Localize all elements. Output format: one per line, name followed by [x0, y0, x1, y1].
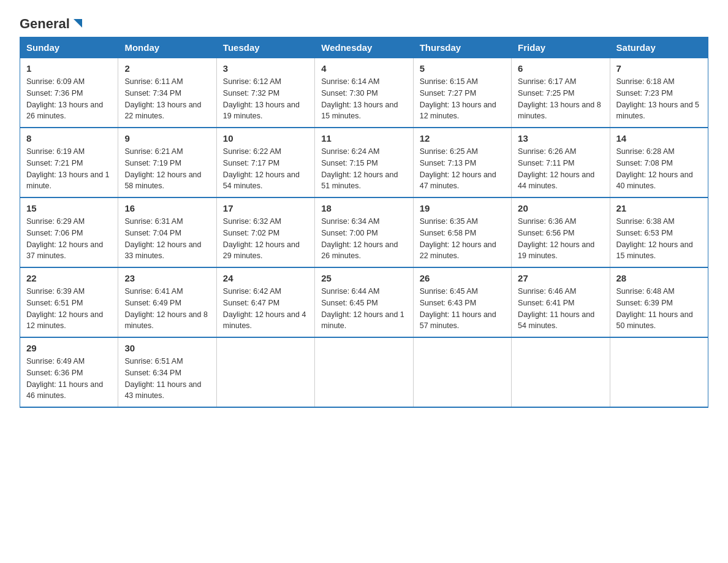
calendar-cell [315, 337, 413, 407]
week-row-5: 29 Sunrise: 6:49 AM Sunset: 6:36 PM Dayl… [20, 337, 708, 407]
calendar-cell: 26 Sunrise: 6:45 AM Sunset: 6:43 PM Dayl… [413, 267, 511, 337]
header-saturday: Saturday [610, 37, 708, 58]
day-number: 10 [223, 133, 308, 144]
day-info: Sunrise: 6:45 AM Sunset: 6:43 PM Dayligh… [420, 286, 505, 332]
logo-triangle-icon [71, 17, 85, 30]
day-number: 21 [616, 203, 702, 213]
day-number: 6 [518, 63, 603, 74]
calendar-cell [413, 337, 511, 407]
day-info: Sunrise: 6:46 AM Sunset: 6:41 PM Dayligh… [518, 286, 603, 332]
header-wednesday: Wednesday [315, 37, 413, 58]
calendar-cell: 16 Sunrise: 6:31 AM Sunset: 7:04 PM Dayl… [118, 197, 216, 267]
day-number: 14 [616, 133, 702, 144]
day-number: 3 [223, 63, 308, 74]
day-number: 25 [321, 273, 406, 283]
header-sunday: Sunday [20, 37, 118, 58]
day-number: 28 [616, 273, 702, 283]
day-number: 2 [124, 63, 210, 74]
day-info: Sunrise: 6:14 AM Sunset: 7:30 PM Dayligh… [321, 76, 406, 122]
calendar-cell: 6 Sunrise: 6:17 AM Sunset: 7:25 PM Dayli… [512, 58, 610, 128]
day-number: 17 [223, 203, 308, 213]
day-number: 22 [26, 273, 112, 283]
calendar-table: SundayMondayTuesdayWednesdayThursdayFrid… [20, 37, 708, 408]
day-info: Sunrise: 6:48 AM Sunset: 6:39 PM Dayligh… [616, 286, 702, 332]
calendar-cell: 13 Sunrise: 6:26 AM Sunset: 7:11 PM Dayl… [512, 128, 610, 197]
day-info: Sunrise: 6:26 AM Sunset: 7:11 PM Dayligh… [518, 146, 603, 192]
calendar-cell: 28 Sunrise: 6:48 AM Sunset: 6:39 PM Dayl… [610, 267, 708, 337]
day-number: 23 [124, 273, 210, 283]
day-info: Sunrise: 6:42 AM Sunset: 6:47 PM Dayligh… [223, 286, 308, 332]
calendar-cell: 2 Sunrise: 6:11 AM Sunset: 7:34 PM Dayli… [118, 58, 216, 128]
calendar-cell: 12 Sunrise: 6:25 AM Sunset: 7:13 PM Dayl… [413, 128, 511, 197]
day-info: Sunrise: 6:36 AM Sunset: 6:56 PM Dayligh… [518, 216, 603, 262]
day-info: Sunrise: 6:17 AM Sunset: 7:25 PM Dayligh… [518, 76, 603, 122]
calendar-cell: 3 Sunrise: 6:12 AM Sunset: 7:32 PM Dayli… [216, 58, 314, 128]
calendar-cell: 27 Sunrise: 6:46 AM Sunset: 6:41 PM Dayl… [512, 267, 610, 337]
day-number: 30 [124, 343, 210, 353]
day-number: 24 [223, 273, 308, 283]
logo: General [20, 15, 85, 29]
day-info: Sunrise: 6:32 AM Sunset: 7:02 PM Dayligh… [223, 216, 308, 262]
day-info: Sunrise: 6:22 AM Sunset: 7:17 PM Dayligh… [223, 146, 308, 192]
logo-text-general: General [20, 17, 70, 31]
day-number: 16 [124, 203, 210, 213]
day-info: Sunrise: 6:24 AM Sunset: 7:15 PM Dayligh… [321, 146, 406, 192]
calendar-cell: 1 Sunrise: 6:09 AM Sunset: 7:36 PM Dayli… [20, 58, 118, 128]
calendar-cell: 23 Sunrise: 6:41 AM Sunset: 6:49 PM Dayl… [118, 267, 216, 337]
calendar-cell: 30 Sunrise: 6:51 AM Sunset: 6:34 PM Dayl… [118, 337, 216, 407]
calendar-cell: 18 Sunrise: 6:34 AM Sunset: 7:00 PM Dayl… [315, 197, 413, 267]
week-row-4: 22 Sunrise: 6:39 AM Sunset: 6:51 PM Dayl… [20, 267, 708, 337]
day-number: 20 [518, 203, 603, 213]
day-info: Sunrise: 6:31 AM Sunset: 7:04 PM Dayligh… [124, 216, 210, 262]
calendar-cell: 17 Sunrise: 6:32 AM Sunset: 7:02 PM Dayl… [216, 197, 314, 267]
week-row-3: 15 Sunrise: 6:29 AM Sunset: 7:06 PM Dayl… [20, 197, 708, 267]
day-number: 18 [321, 203, 406, 213]
page-header: General [20, 15, 708, 29]
header-tuesday: Tuesday [216, 37, 314, 58]
day-info: Sunrise: 6:21 AM Sunset: 7:19 PM Dayligh… [124, 146, 210, 192]
calendar-cell: 25 Sunrise: 6:44 AM Sunset: 6:45 PM Dayl… [315, 267, 413, 337]
calendar-cell: 8 Sunrise: 6:19 AM Sunset: 7:21 PM Dayli… [20, 128, 118, 197]
header-friday: Friday [512, 37, 610, 58]
calendar-cell: 7 Sunrise: 6:18 AM Sunset: 7:23 PM Dayli… [610, 58, 708, 128]
week-row-2: 8 Sunrise: 6:19 AM Sunset: 7:21 PM Dayli… [20, 128, 708, 197]
day-info: Sunrise: 6:11 AM Sunset: 7:34 PM Dayligh… [124, 76, 210, 122]
day-number: 11 [321, 133, 406, 144]
calendar-cell: 29 Sunrise: 6:49 AM Sunset: 6:36 PM Dayl… [20, 337, 118, 407]
calendar-cell [512, 337, 610, 407]
header-thursday: Thursday [413, 37, 511, 58]
calendar-cell: 4 Sunrise: 6:14 AM Sunset: 7:30 PM Dayli… [315, 58, 413, 128]
day-info: Sunrise: 6:39 AM Sunset: 6:51 PM Dayligh… [26, 286, 112, 332]
day-info: Sunrise: 6:28 AM Sunset: 7:08 PM Dayligh… [616, 146, 702, 192]
calendar-cell: 22 Sunrise: 6:39 AM Sunset: 6:51 PM Dayl… [20, 267, 118, 337]
header-monday: Monday [118, 37, 216, 58]
calendar-cell: 9 Sunrise: 6:21 AM Sunset: 7:19 PM Dayli… [118, 128, 216, 197]
day-number: 9 [124, 133, 210, 144]
calendar-cell: 11 Sunrise: 6:24 AM Sunset: 7:15 PM Dayl… [315, 128, 413, 197]
day-info: Sunrise: 6:19 AM Sunset: 7:21 PM Dayligh… [26, 146, 112, 192]
week-row-1: 1 Sunrise: 6:09 AM Sunset: 7:36 PM Dayli… [20, 58, 708, 128]
day-info: Sunrise: 6:35 AM Sunset: 6:58 PM Dayligh… [420, 216, 505, 262]
calendar-cell [610, 337, 708, 407]
calendar-cell: 19 Sunrise: 6:35 AM Sunset: 6:58 PM Dayl… [413, 197, 511, 267]
day-number: 12 [420, 133, 505, 144]
day-number: 4 [321, 63, 406, 74]
day-info: Sunrise: 6:44 AM Sunset: 6:45 PM Dayligh… [321, 286, 406, 332]
day-info: Sunrise: 6:18 AM Sunset: 7:23 PM Dayligh… [616, 76, 702, 122]
day-info: Sunrise: 6:49 AM Sunset: 6:36 PM Dayligh… [26, 356, 112, 402]
calendar-cell: 15 Sunrise: 6:29 AM Sunset: 7:06 PM Dayl… [20, 197, 118, 267]
day-number: 1 [26, 63, 112, 74]
day-number: 19 [420, 203, 505, 213]
day-number: 27 [518, 273, 603, 283]
day-info: Sunrise: 6:41 AM Sunset: 6:49 PM Dayligh… [124, 286, 210, 332]
day-number: 26 [420, 273, 505, 283]
day-number: 13 [518, 133, 603, 144]
day-info: Sunrise: 6:38 AM Sunset: 6:53 PM Dayligh… [616, 216, 702, 262]
day-number: 8 [26, 133, 112, 144]
day-info: Sunrise: 6:09 AM Sunset: 7:36 PM Dayligh… [26, 76, 112, 122]
calendar-cell: 14 Sunrise: 6:28 AM Sunset: 7:08 PM Dayl… [610, 128, 708, 197]
calendar-cell: 10 Sunrise: 6:22 AM Sunset: 7:17 PM Dayl… [216, 128, 314, 197]
day-info: Sunrise: 6:51 AM Sunset: 6:34 PM Dayligh… [124, 356, 210, 402]
day-info: Sunrise: 6:15 AM Sunset: 7:27 PM Dayligh… [420, 76, 505, 122]
day-info: Sunrise: 6:25 AM Sunset: 7:13 PM Dayligh… [420, 146, 505, 192]
